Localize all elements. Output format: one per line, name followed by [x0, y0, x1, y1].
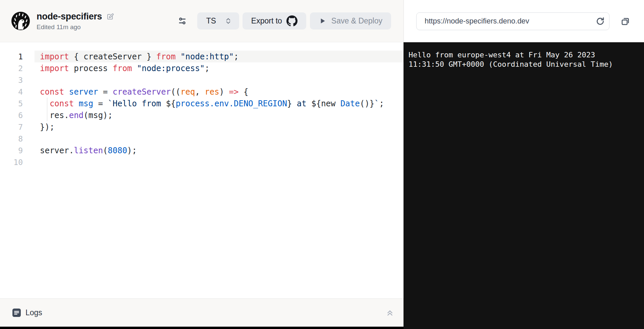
line-number: 6	[0, 111, 23, 120]
code-editor[interactable]: 1import { createServer } from "node:http…	[0, 42, 404, 298]
logs-bar: Logs	[0, 298, 404, 327]
line-number: 3	[0, 76, 23, 85]
line-number: 1	[0, 52, 23, 61]
refresh-icon	[595, 16, 605, 26]
overlapping-windows-icon	[620, 16, 631, 26]
code-line[interactable]: 2import process from "node:process";	[0, 62, 404, 74]
code-line[interactable]: 4const server = createServer((req, res) …	[0, 86, 404, 98]
project-title: node-specifiers	[37, 11, 102, 22]
code-line[interactable]: 7});	[0, 121, 404, 133]
line-number: 4	[0, 88, 23, 96]
playground-panel: node-specifiers Edited 11m ago TS	[0, 0, 404, 327]
code-text: import process from "node:process";	[23, 64, 210, 73]
code-text: res.end(msg);	[23, 111, 113, 120]
line-number: 5	[0, 99, 23, 108]
play-icon	[319, 17, 326, 25]
preview-header: https://node-specifiers.deno.dev	[404, 0, 644, 42]
export-to-github-button[interactable]: Export to	[243, 12, 306, 30]
save-deploy-button[interactable]: Save & Deploy	[310, 12, 391, 30]
line-number: 8	[0, 134, 23, 143]
url-input[interactable]: https://node-specifiers.deno.dev	[416, 12, 609, 30]
language-label: TS	[206, 16, 216, 25]
code-line[interactable]: 5 const msg = `Hello from ${process.env.…	[0, 98, 404, 109]
code-text: const server = createServer((req, res) =…	[23, 87, 248, 97]
save-deploy-label: Save & Deploy	[331, 16, 382, 25]
code-line[interactable]: 6 res.end(msg);	[0, 109, 404, 121]
code-text: });	[23, 122, 54, 132]
refresh-button[interactable]	[595, 16, 605, 26]
line-number: 9	[0, 146, 23, 155]
terminal[interactable]: Hello from europe-west4 at Fri May 26 20…	[404, 42, 644, 329]
settings-button[interactable]	[178, 16, 187, 25]
project-title-block: node-specifiers Edited 11m ago	[37, 11, 114, 31]
deno-logo	[11, 11, 30, 31]
logs-label: Logs	[25, 308, 42, 317]
export-label: Export to	[251, 16, 282, 25]
sliders-icon	[178, 16, 187, 25]
edit-title-button[interactable]	[106, 13, 114, 20]
line-number: 2	[0, 64, 23, 73]
code-line[interactable]: 8	[0, 133, 404, 145]
open-in-new-window-button[interactable]	[620, 16, 631, 26]
code-text: const msg = `Hello from ${process.env.DE…	[23, 99, 384, 108]
code-text: import { createServer } from "node:http"…	[23, 52, 238, 61]
terminal-output: Hello from europe-west4 at Fri May 26 20…	[409, 50, 618, 69]
edited-timestamp: Edited 11m ago	[37, 23, 114, 31]
logs-icon	[12, 308, 21, 317]
chevron-double-up-icon	[385, 308, 394, 317]
pencil-square-icon	[106, 13, 114, 20]
code-line[interactable]: 10	[0, 156, 404, 168]
code-line[interactable]: 3	[0, 74, 404, 86]
github-icon	[286, 15, 298, 26]
language-selector[interactable]: TS	[197, 12, 239, 30]
playground-header: node-specifiers Edited 11m ago TS	[0, 0, 404, 42]
code-text: server.listen(8080);	[23, 146, 137, 155]
chevron-up-down-icon	[224, 17, 232, 25]
code-line[interactable]: 9server.listen(8080);	[0, 145, 404, 156]
expand-logs-button[interactable]	[385, 308, 394, 317]
line-number: 7	[0, 123, 23, 131]
line-number: 10	[0, 158, 23, 167]
code-line[interactable]: 1import { createServer } from "node:http…	[0, 51, 404, 62]
preview-panel: https://node-specifiers.deno.dev Hello f…	[404, 0, 644, 329]
url-text: https://node-specifiers.deno.dev	[425, 17, 529, 25]
